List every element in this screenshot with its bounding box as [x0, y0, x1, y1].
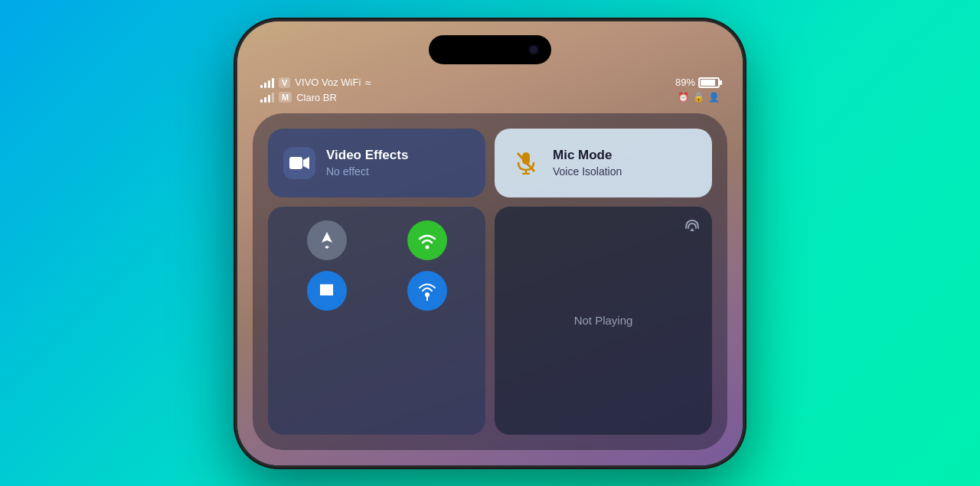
status-row-1: V VIVO Voz WiFi ≈ 89%: [260, 77, 720, 89]
portrait-icon: 👤: [708, 92, 720, 103]
wifi-circle: [407, 220, 447, 260]
bar4b: [272, 93, 274, 103]
now-playing-label: Not Playing: [508, 314, 698, 327]
now-playing-block: Not Playing: [495, 207, 712, 435]
battery-fill: [701, 80, 715, 86]
bluetooth-button[interactable]: ⯀: [282, 271, 371, 311]
bar1b: [260, 99, 263, 103]
bar2: [264, 83, 266, 88]
alarm-icon: ⏰: [678, 92, 689, 103]
dynamic-island: [429, 35, 551, 64]
airplane-icon: [317, 230, 337, 250]
mic-mode-subtitle: Voice Isolation: [553, 165, 622, 178]
carrier1-badge: V: [279, 77, 290, 88]
phone-frame: V VIVO Voz WiFi ≈ 89%: [237, 21, 743, 465]
wifi-icon-circle: [416, 231, 438, 250]
background: V VIVO Voz WiFi ≈ 89%: [0, 0, 980, 486]
signal-bars-1: [260, 77, 274, 88]
mic-icon: [515, 152, 537, 175]
lock-icon: 🔒: [693, 92, 704, 103]
control-row-top: Video Effects No effect: [268, 129, 712, 197]
svg-rect-0: [289, 157, 302, 169]
bar3: [268, 80, 270, 88]
battery-icon: [698, 77, 720, 88]
airplane-mode-button[interactable]: [282, 220, 371, 260]
video-effects-button[interactable]: Video Effects No effect: [268, 129, 485, 197]
svg-marker-1: [303, 157, 309, 169]
camera-dot: [530, 46, 537, 54]
svg-marker-9: [690, 228, 694, 231]
bluetooth-circle: ⯀: [307, 271, 347, 311]
carrier2-badge: M: [279, 92, 292, 103]
network-block: ⯀: [268, 207, 485, 435]
carrier1-name: VIVO Voz WiFi: [295, 77, 361, 88]
control-row-bottom: ⯀: [268, 207, 712, 435]
signal-bars-2: [260, 92, 274, 103]
airplane-circle: [307, 220, 347, 260]
video-effects-text: Video Effects No effect: [326, 148, 408, 178]
svg-point-6: [425, 245, 429, 249]
video-camera-icon: [289, 155, 309, 171]
mic-mode-icon: [510, 147, 542, 179]
bar1: [260, 85, 263, 88]
status-bar: V VIVO Voz WiFi ≈ 89%: [237, 77, 743, 106]
status-right-1: 89%: [675, 77, 720, 88]
airplay-icon[interactable]: [684, 217, 700, 236]
airplay-svg-icon: [684, 217, 700, 233]
airdrop-circle: [407, 271, 447, 311]
battery-percent: 89%: [675, 77, 695, 88]
mic-mode-title: Mic Mode: [553, 148, 622, 163]
control-center: Video Effects No effect: [253, 113, 727, 450]
bluetooth-icon: ⯀: [319, 282, 335, 299]
airdrop-icon: [417, 281, 437, 301]
carrier2-name: Claro BR: [296, 92, 337, 103]
wifi-icon: ≈: [365, 77, 371, 89]
bar4: [272, 78, 274, 88]
status-icons: ⏰ 🔒 👤: [678, 92, 720, 103]
status-left-2: M Claro BR: [260, 92, 337, 103]
video-effects-title: Video Effects: [326, 148, 408, 163]
video-effects-subtitle: No effect: [326, 165, 408, 178]
video-effects-icon: [283, 147, 315, 179]
status-row-2: M Claro BR ⏰ 🔒 👤: [260, 92, 720, 103]
bar2b: [264, 97, 266, 103]
airdrop-button[interactable]: [382, 271, 472, 311]
bar3b: [268, 95, 270, 103]
mic-mode-button[interactable]: Mic Mode Voice Isolation: [495, 129, 712, 197]
mic-mode-text: Mic Mode Voice Isolation: [553, 148, 622, 178]
status-left-1: V VIVO Voz WiFi ≈: [260, 77, 371, 89]
wifi-button[interactable]: [382, 220, 472, 260]
